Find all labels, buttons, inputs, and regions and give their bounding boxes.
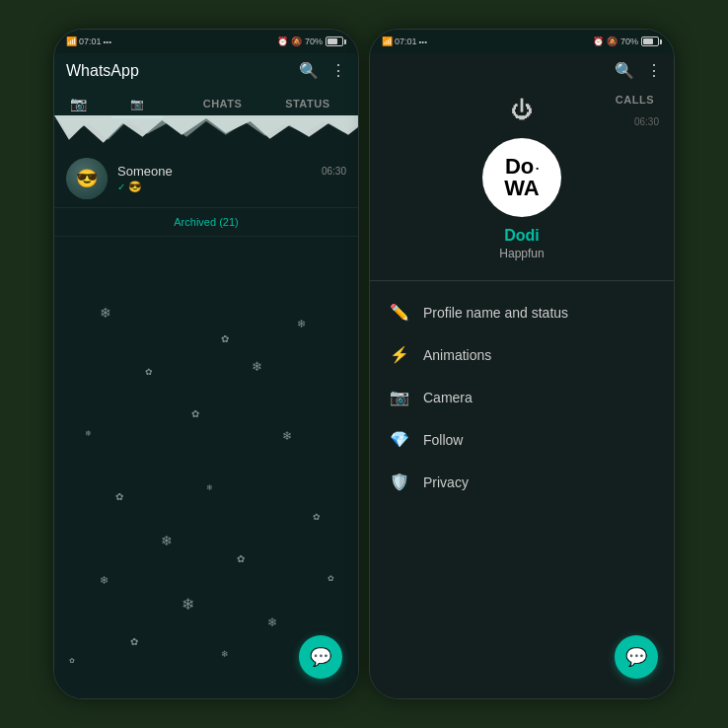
- status-time-right: 📶 07:01 •••: [382, 36, 427, 46]
- menu-item-follow[interactable]: 💎 Follow: [370, 418, 674, 461]
- animations-icon: ⚡: [390, 345, 409, 364]
- main-container: 📶 07:01 ••• ⏰ 🔕 70% WhatsApp 🔍 ⋮: [0, 0, 728, 728]
- right-phone: 📶 07:01 ••• ⏰ 🔕 70% 🔍 ⋮ C: [369, 29, 675, 699]
- silent-icon-r: 🔕: [607, 36, 618, 46]
- profile-edit-icon: ✏️: [390, 303, 409, 322]
- more-icon-r[interactable]: ⋮: [646, 61, 662, 80]
- chat-time: 06:30: [322, 166, 346, 177]
- app-header: WhatsApp 🔍 ⋮: [54, 53, 358, 88]
- snowflake: ✿: [313, 512, 321, 522]
- camera-menu-icon: 📷: [390, 388, 409, 406]
- alarm-icon-r: ⏰: [593, 36, 604, 46]
- compose-icon: 💬: [310, 646, 331, 668]
- follow-icon: 💎: [390, 430, 409, 449]
- menu-label-animations: Animations: [423, 347, 491, 363]
- tab-chats[interactable]: 📷: [95, 90, 180, 118]
- profile-name: Dodi: [504, 227, 540, 245]
- snowflake: ❄: [252, 359, 262, 374]
- snowflake: ❄: [221, 649, 229, 659]
- menu-label-follow: Follow: [423, 432, 463, 448]
- snowflake: ❄: [297, 318, 306, 330]
- search-icon[interactable]: 🔍: [299, 61, 319, 80]
- status-bar-left: 📶 07:01 ••• ⏰ 🔕 70%: [54, 30, 358, 53]
- ice-decoration: [54, 120, 358, 150]
- left-app-content: WhatsApp 🔍 ⋮ 📷 📷 CHATS STATUS: [54, 53, 358, 698]
- profile-logo: Do • WA: [482, 138, 561, 217]
- battery-percent: 70%: [305, 36, 323, 46]
- menu-label-profile: Profile name and status: [423, 305, 568, 321]
- logo-dot-top: •: [536, 165, 539, 174]
- silent-icon: 🔕: [291, 36, 302, 46]
- menu-label-camera: Camera: [423, 390, 473, 405]
- snowflake: ❄: [206, 483, 213, 492]
- battery-icon-r: [641, 36, 662, 46]
- snowflake: ❄: [182, 595, 194, 614]
- snowflake: ❄: [282, 429, 292, 443]
- snowflake: ✿: [69, 657, 75, 665]
- chat-info: Someone 06:30 ✓ 😎: [117, 164, 346, 193]
- logo-inner: Do • WA: [504, 156, 539, 199]
- avatar: 😎: [66, 158, 108, 199]
- status-icons-left: ⏰ 🔕 70%: [277, 36, 346, 46]
- header-icons: 🔍 ⋮: [299, 61, 346, 80]
- privacy-icon: 🛡️: [390, 473, 409, 491]
- preview-emoji: 😎: [128, 181, 142, 193]
- calls-tab-right: CALLS: [616, 94, 654, 106]
- snowflake: ❄: [100, 574, 109, 587]
- menu-item-animations[interactable]: ⚡ Animations: [370, 333, 674, 376]
- right-app-content: 🔍 ⋮ CALLS 06:30 ⏻ Do •: [370, 53, 674, 698]
- snowflake: ✿: [145, 367, 153, 377]
- settings-divider: [370, 280, 674, 281]
- snowflake: ✿: [115, 491, 123, 502]
- app-title: WhatsApp: [66, 62, 139, 80]
- snowflake: ❄: [100, 305, 111, 321]
- dots-icon-r: •••: [419, 37, 427, 46]
- chat-preview: ✓ 😎: [117, 181, 346, 193]
- left-phone: 📶 07:01 ••• ⏰ 🔕 70% WhatsApp 🔍 ⋮: [53, 29, 359, 699]
- compose-fab[interactable]: 💬: [299, 635, 342, 679]
- right-header: 🔍 ⋮: [370, 53, 674, 88]
- power-icon[interactable]: ⏻: [511, 98, 533, 123]
- chat-list: 😎 Someone 06:30 ✓ 😎 Archived (21): [54, 150, 358, 284]
- chat-item[interactable]: 😎 Someone 06:30 ✓ 😎: [54, 150, 358, 208]
- menu-item-camera[interactable]: 📷 Camera: [370, 376, 674, 418]
- snowflake: ✿: [328, 574, 334, 583]
- battery-icon: [326, 36, 346, 46]
- snowflake: ✿: [237, 553, 245, 564]
- chat-name: Someone: [117, 164, 173, 179]
- tab-status[interactable]: CHATS: [180, 90, 264, 117]
- logo-wa: WA: [504, 178, 539, 199]
- avatar-image: 😎: [66, 158, 108, 199]
- profile-status: Happfun: [499, 247, 544, 260]
- snowflake: ✿: [191, 408, 199, 419]
- snowflake: ❄: [85, 429, 92, 438]
- more-icon[interactable]: ⋮: [330, 61, 346, 80]
- status-icons-right: ⏰ 🔕 70%: [593, 36, 662, 46]
- compose-fab-right[interactable]: 💬: [615, 635, 658, 679]
- signal-icon: 📶: [66, 36, 77, 46]
- calls-time-right: 06:30: [634, 116, 659, 127]
- snowflake: ✿: [130, 636, 138, 647]
- battery-percent-r: 70%: [620, 36, 638, 46]
- snowflake: ❄: [161, 533, 173, 548]
- archived-label[interactable]: Archived (21): [54, 208, 358, 237]
- alarm-icon: ⏰: [277, 36, 288, 46]
- menu-item-profile[interactable]: ✏️ Profile name and status: [370, 291, 674, 333]
- tab-calls[interactable]: STATUS: [265, 90, 350, 117]
- search-icon-r[interactable]: 🔍: [615, 61, 634, 80]
- chat-top: Someone 06:30: [117, 164, 346, 179]
- signal-icon-r: 📶: [382, 36, 393, 46]
- dots-icon: •••: [104, 37, 111, 46]
- snowflake: ❄: [267, 616, 277, 629]
- menu-item-privacy[interactable]: 🛡️ Privacy: [370, 461, 674, 503]
- status-time-left: 📶 07:01 •••: [66, 36, 111, 46]
- status-bar-right: 📶 07:01 ••• ⏰ 🔕 70%: [370, 30, 674, 53]
- logo-do: Do: [505, 156, 534, 178]
- compose-icon-right: 💬: [625, 646, 647, 668]
- menu-label-privacy: Privacy: [423, 474, 469, 490]
- snowflake: ✿: [221, 333, 229, 344]
- check-icon: ✓: [117, 182, 125, 192]
- profile-section: Do • WA Dodi Happfun: [370, 128, 674, 275]
